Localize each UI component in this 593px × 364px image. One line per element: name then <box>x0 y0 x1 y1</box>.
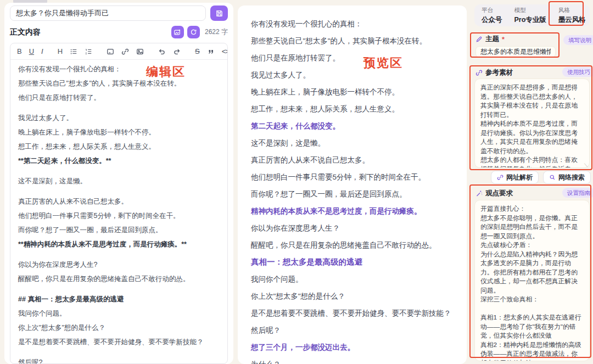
heading-icon[interactable]: H <box>58 47 63 56</box>
preview-paragraph: 那些整天说自己"想太多"的人，其实脑子根本没在转。 <box>251 36 454 46</box>
reference-header: 参考素材 <box>475 68 513 77</box>
editor-line: 你上次"想太多"想的是什么？ <box>18 323 220 333</box>
preview-paragraph: 是不是想着要不要跳槽、要不要开始健身、要不要学新技能？ <box>251 308 454 318</box>
editor-line: 我问你个问题。 <box>18 309 220 318</box>
model-label: 模型 <box>514 7 546 14</box>
save-button[interactable] <box>210 5 228 21</box>
code-block-icon[interactable] <box>107 47 114 56</box>
search-icon <box>549 174 556 181</box>
reference-tips-button[interactable]: 使用技巧 <box>562 67 593 77</box>
preview-paragraph: 我问你个问题。 <box>251 274 454 284</box>
italic-icon[interactable]: I <box>41 47 43 56</box>
reference-tools-row: 网址解析 网络搜索 <box>474 171 591 184</box>
preview-paragraph: 他们想明白一件事只需要5分钟，剩下的时间全在干。 <box>251 172 454 182</box>
platform-value: 公众号 <box>482 15 502 25</box>
link-icon[interactable] <box>121 47 129 56</box>
url-parse-label: 网址解析 <box>506 173 533 182</box>
editor-line: 我见过太多人了。 <box>18 114 220 123</box>
preview-paragraph: 精神内耗的本质从来不是思考过度，而是行动瘫痪。 <box>251 206 454 216</box>
resize-grip-icon[interactable]: ⟋ <box>584 163 588 169</box>
editor-line: 而你呢？想了一圈又一圈，最后还是回到原点。 <box>18 226 220 235</box>
meta-model[interactable]: 模型 Pro专业版 <box>514 7 546 25</box>
article-title-input[interactable] <box>10 5 206 21</box>
topic-header: 主题 * <box>475 35 505 44</box>
editor-line: 你以为你在深度思考人生? <box>18 260 220 270</box>
meta-platform[interactable]: 平台 公众号 <box>482 7 502 25</box>
model-value: Pro专业版 <box>514 15 546 25</box>
editor-line <box>18 289 220 290</box>
preview-paragraph: 这不是深刻，这是懒。 <box>251 138 454 148</box>
url-parse-button[interactable]: 网址解析 <box>491 171 539 184</box>
preview-paragraph: 我见过太多人了。 <box>251 70 454 80</box>
bullet-list-icon[interactable] <box>70 47 77 56</box>
ordered-list-icon[interactable] <box>85 47 92 56</box>
editor-line: 然后呢? <box>18 358 220 363</box>
editor-box: BUIHS<> 你有没有发现一个很扎心的真相：那些整天说自己"想太多"的人，其实… <box>10 43 228 364</box>
redo-icon[interactable] <box>173 47 181 56</box>
link-icon <box>475 69 483 76</box>
strikethrough-icon[interactable]: S <box>195 47 200 56</box>
editor-line: 他们想明白一件事只需要5分钟，剩下的时间全在干。 <box>18 211 220 221</box>
web-search-label: 网络搜索 <box>558 173 585 182</box>
body-section-label: 正文内容 <box>10 27 41 37</box>
ai-image-button[interactable] <box>171 26 184 38</box>
preview-paragraph: 你以为你在深度思考人生？ <box>251 223 454 233</box>
regenerate-button[interactable] <box>187 26 200 38</box>
editor-line <box>18 171 220 172</box>
preview-paragraph: 想了三个月，一步都没迈出去。 <box>251 342 454 352</box>
preview-paragraph: 想工作，想未来，想人际关系，想人生意义。 <box>251 104 454 114</box>
link-icon <box>497 174 504 181</box>
editor-line: 醒醒吧，你只是在用复杂的思绪掩盖自己不敢行动的怂。 <box>18 275 220 284</box>
topic-input[interactable] <box>475 46 556 58</box>
refresh-icon <box>190 29 197 36</box>
editor-line <box>18 254 220 255</box>
word-count: 2622 字 <box>205 27 228 37</box>
image-sparkle-icon <box>174 29 181 36</box>
topic-help-button[interactable]: 填写说明 <box>563 35 593 45</box>
editor-line: 晚上躺在床上，脑子像放电影一样转个不停。 <box>18 128 220 137</box>
body-section-row: 正文内容 2622 字 <box>10 26 228 38</box>
viewpoint-textarea[interactable]: 开篇直接扎心： 想太多不是你聪明，是你懒。真正的深刻是想明白然后去干，而不是想一… <box>474 200 590 361</box>
preview-paragraph: 你上次"想太多"想的是什么？ <box>251 291 454 301</box>
underline-icon[interactable]: U <box>29 47 34 56</box>
editor-line: 你有没有发现一个很扎心的真相： <box>18 65 220 74</box>
meta-style[interactable]: 风格 墨云风格 <box>558 7 586 25</box>
preview-paragraph: 你有没有发现一个很扎心的真相： <box>251 19 454 29</box>
topic-label: 主题 <box>485 35 499 44</box>
reference-textarea[interactable]: 真正的深刻不是想得多，而是想得透。那些整天说自己想太多的人，其实脑子根本没在转，… <box>474 79 590 168</box>
inline-code-icon[interactable]: <> <box>222 47 228 56</box>
editor-line: **第二天起来，什么都没变。** <box>18 156 220 166</box>
title-row <box>10 5 228 21</box>
editor-line <box>18 108 220 109</box>
viewpoint-header: 观点要求 <box>475 189 513 198</box>
editor-line <box>18 352 220 353</box>
magic-wand-icon <box>475 190 483 197</box>
preview-paragraph: 真相一：想太多是最高级的逃避 <box>251 257 454 267</box>
quote-icon[interactable] <box>207 47 215 56</box>
viewpoint-guide-button[interactable]: 设置指南 <box>562 188 593 198</box>
web-search-button[interactable]: 网络搜索 <box>543 171 591 184</box>
editor-line: 真正厉害的人从来不说自己想太多。 <box>18 197 220 206</box>
editor-line: 这不是深刻，这是懒。 <box>18 177 220 186</box>
image-icon[interactable] <box>136 47 144 56</box>
editor-toolbar: BUIHS<> <box>10 43 227 60</box>
preview-paragraph: 第二天起来，什么都没变。 <box>251 121 454 131</box>
save-icon <box>215 9 223 18</box>
bold-icon[interactable]: B <box>17 47 22 56</box>
preview-paragraph: 晚上躺在床上，脑子像放电影一样转个不停。 <box>251 87 454 97</box>
reference-label: 参考素材 <box>485 68 513 77</box>
editor-content[interactable]: 你有没有发现一个很扎心的真相：那些整天说自己"想太多"的人，其实脑子根本没在转。… <box>10 60 227 363</box>
undo-icon[interactable] <box>158 47 166 56</box>
editor-line: ## 真相一：想太多是最高级的逃避 <box>18 295 220 304</box>
preview-panel: 你有没有发现一个很扎心的真相：那些整天说自己"想太多"的人，其实脑子根本没在转。… <box>238 5 467 364</box>
viewpoint-label: 观点要求 <box>485 189 513 198</box>
preview-paragraph: 然后呢？ <box>251 325 454 335</box>
platform-label: 平台 <box>482 7 502 14</box>
required-mark: * <box>502 36 505 43</box>
preview-paragraph: 为什么？ <box>251 359 454 364</box>
editor-line: 是不是想着要不要跳槽、要不要开始健身、要不要学新技能？ <box>18 338 220 347</box>
generation-meta-card: 平台 公众号 模型 Pro专业版 风格 墨云风格 <box>474 4 590 26</box>
style-value: 墨云风格 <box>558 15 586 25</box>
preview-paragraph: 真正厉害的人从来不说自己想太多。 <box>251 155 454 165</box>
editor-line: **精神内耗的本质从来不是思考过度，而是行动瘫痪。** <box>18 240 220 249</box>
